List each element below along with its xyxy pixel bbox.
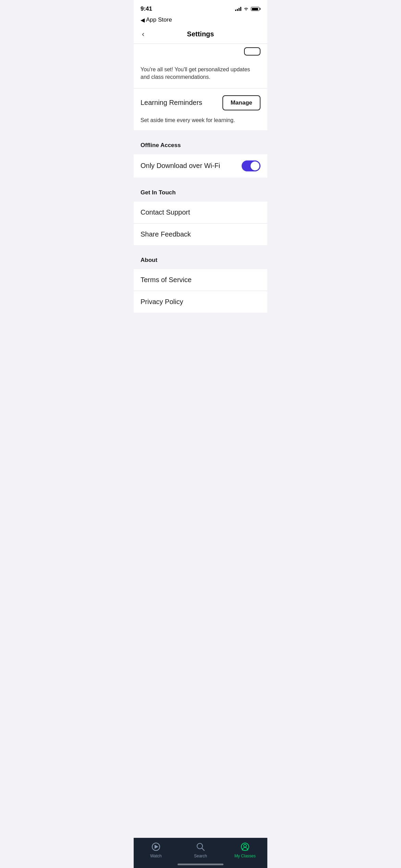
nav-header: ‹ Settings (134, 26, 267, 44)
toggle-thumb (251, 161, 259, 170)
status-bar: 9:41 (134, 0, 267, 15)
wifi-only-toggle[interactable] (242, 160, 260, 171)
notification-description: You're all set! You'll get personalized … (141, 67, 250, 80)
gray-separator-3 (134, 245, 267, 249)
battery-icon (251, 7, 260, 11)
get-in-touch-card: Contact Support Share Feedback (134, 202, 267, 245)
offline-access-card: Only Download over Wi-Fi (134, 154, 267, 178)
manage-button[interactable]: Manage (222, 95, 260, 110)
status-time: 9:41 (141, 5, 152, 12)
page-title: Settings (187, 30, 214, 38)
status-icons (235, 7, 260, 11)
back-button[interactable]: ‹ (141, 28, 146, 40)
gray-separator-2 (134, 178, 267, 181)
learning-reminders-row: Learning Reminders Manage (134, 88, 267, 117)
wifi-only-toggle-row: Only Download over Wi-Fi (134, 154, 267, 178)
privacy-policy-row[interactable]: Privacy Policy (134, 291, 267, 313)
about-title: About (134, 257, 267, 269)
partial-top-section (134, 44, 267, 59)
settings-content: You're all set! You'll get personalized … (134, 44, 267, 343)
notification-section: You're all set! You'll get personalized … (134, 59, 267, 88)
gray-separator-1 (134, 130, 267, 134)
get-in-touch-title: Get In Touch (134, 189, 267, 202)
bottom-spacer (134, 313, 267, 343)
get-in-touch-section: Get In Touch Contact Support Share Feedb… (134, 181, 267, 245)
about-section: About Terms of Service Privacy Policy (134, 249, 267, 313)
terms-of-service-row[interactable]: Terms of Service (134, 269, 267, 291)
offline-access-title: Offline Access (134, 142, 267, 154)
wifi-only-label: Only Download over Wi-Fi (141, 162, 220, 170)
partial-top-button[interactable] (244, 47, 260, 56)
about-card: Terms of Service Privacy Policy (134, 269, 267, 313)
wifi-icon (243, 7, 249, 11)
app-store-label: App Store (146, 16, 172, 23)
share-feedback-row[interactable]: Share Feedback (134, 224, 267, 245)
contact-support-row[interactable]: Contact Support (134, 202, 267, 223)
learning-reminders-description: Set aside time every week for learning. (134, 117, 267, 130)
learning-reminders-label: Learning Reminders (141, 99, 202, 107)
offline-access-section: Offline Access Only Download over Wi-Fi (134, 134, 267, 178)
app-store-back[interactable]: ◀ App Store (134, 15, 267, 26)
signal-icon (235, 7, 241, 11)
app-store-back-chevron: ◀ (141, 17, 145, 23)
